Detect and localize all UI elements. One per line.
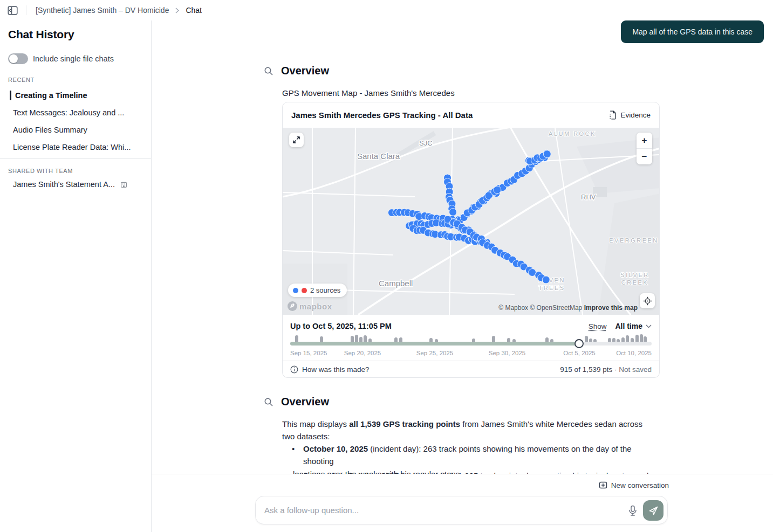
overview-intro-text: This map displays <box>282 419 349 429</box>
svg-text:Campbell: Campbell <box>379 279 413 288</box>
sources-legend[interactable]: 2 sources <box>288 284 347 297</box>
include-single-file-chats-toggle[interactable] <box>8 53 28 64</box>
map-card-header: James Smith Mercedes GPS Tracking - All … <box>283 102 659 128</box>
histogram-bar <box>626 335 629 342</box>
microphone-icon <box>627 505 638 516</box>
slider-fill <box>290 342 579 346</box>
breadcrumb-page[interactable]: Chat <box>186 6 202 15</box>
histogram-bar <box>399 337 402 342</box>
svg-text:ALUM ROCK: ALUM ROCK <box>549 130 596 137</box>
points-status: 915 of 1,539 pts · Not saved <box>560 365 652 374</box>
sidebar-chat-item[interactable]: Creating a Timeline <box>0 87 151 104</box>
new-conversation-button[interactable]: New conversation <box>599 481 669 489</box>
chat-main-area: Map all of the GPS data in this case Ove… <box>152 0 773 474</box>
bullet-marker: • <box>292 443 303 467</box>
collapse-sidebar-button[interactable] <box>8 6 18 15</box>
topbar-divider <box>26 5 26 15</box>
status-separator: · <box>614 365 617 374</box>
sidebar-chat-item[interactable]: License Plate Reader Data: Whi... <box>0 139 151 156</box>
evidence-button[interactable]: Evidence <box>608 110 651 120</box>
info-icon <box>290 365 298 374</box>
overview-heading-2: Overview <box>281 396 329 408</box>
sidebar-chat-item[interactable]: Text Messages: Jealousy and ... <box>0 104 151 121</box>
slider-handle[interactable] <box>574 339 584 348</box>
sources-legend-label: 2 sources <box>310 286 340 294</box>
svg-text:EVERGREEN: EVERGREEN <box>609 237 659 244</box>
overview-intro-bold: all 1,539 GPS tracking points <box>349 419 460 429</box>
histogram-bar <box>507 338 510 342</box>
histogram-bar <box>621 337 625 342</box>
bullet-bold-text: October 10, 2025 <box>303 444 368 453</box>
timeline-date: Oct 5, 2025 <box>563 350 595 356</box>
zoom-out-button[interactable]: − <box>637 149 652 164</box>
geolocate-button[interactable] <box>640 293 655 308</box>
histogram-bar <box>351 336 354 342</box>
map-card-title: James Smith Mercedes GPS Tracking - All … <box>291 110 473 120</box>
histogram-bar <box>435 339 438 342</box>
overview-body-2: This map displays all 1,539 GPS tracking… <box>282 418 645 443</box>
svg-text:CREEK: CREEK <box>621 279 648 286</box>
map-card-footer: How was this made? 915 of 1,539 pts · No… <box>283 361 659 377</box>
panel-left-icon <box>8 6 18 15</box>
source-dot-blue <box>293 288 298 293</box>
timeline-show-link[interactable]: Show <box>589 322 607 330</box>
chevron-down-icon <box>646 324 652 328</box>
histogram-bar <box>429 338 433 342</box>
toggle-knob <box>9 54 18 63</box>
shared-org-icon <box>120 181 127 188</box>
list-item: • October 10, 2025 (incident day): 263 t… <box>292 443 651 467</box>
top-bar: [Synthetic] James Smith – DV Homicide Ch… <box>0 0 773 20</box>
histogram-bar <box>512 339 516 342</box>
histogram-bar <box>394 337 398 342</box>
shared-chat-title: James Smith's Statement A... <box>13 180 115 189</box>
sidebar-item-shared-chat[interactable]: James Smith's Statement A... <box>13 180 127 189</box>
geolocate-icon <box>643 296 652 306</box>
mapbox-logo[interactable]: mapbox <box>287 301 332 312</box>
expand-map-button[interactable] <box>289 133 304 147</box>
map-gps-data-button[interactable]: Map all of the GPS data in this case <box>621 20 764 43</box>
improve-this-map-link[interactable]: Improve this map <box>584 304 638 312</box>
svg-text:Santa Clara: Santa Clara <box>357 151 400 161</box>
expand-icon <box>292 136 300 144</box>
send-button[interactable] <box>643 500 663 521</box>
how-was-this-made-label: How was this made? <box>302 365 370 374</box>
histogram-bar <box>612 338 615 342</box>
histogram-bar <box>550 339 553 342</box>
timeline-date: Sep 30, 2025 <box>489 350 525 356</box>
svg-text:SJC: SJC <box>419 139 433 147</box>
overview-body-1: GPS Movement Map - James Smith's Mercede… <box>282 87 455 100</box>
timeline-date: Sep 25, 2025 <box>416 350 453 356</box>
histogram-bar <box>617 339 620 342</box>
attribution-text: © Mapbox © OpenStreetMap <box>498 304 584 312</box>
histogram-bar <box>644 336 647 342</box>
timeline-range-dropdown[interactable]: All time <box>615 322 652 330</box>
sidebar-chat-item[interactable]: Audio Files Summary <box>0 121 151 139</box>
mapbox-wordmark: mapbox <box>299 302 332 311</box>
new-conversation-label: New conversation <box>611 481 669 489</box>
source-dot-red <box>302 288 307 293</box>
evidence-label: Evidence <box>620 111 651 119</box>
chat-history-sidebar: Chat History Include single file chats R… <box>0 20 152 532</box>
histogram-bar <box>472 338 475 342</box>
new-conversation-icon <box>599 481 607 489</box>
histogram-bar <box>295 335 298 342</box>
evidence-document-icon <box>608 110 617 120</box>
recent-chat-list: Creating a TimelineText Messages: Jealou… <box>0 87 151 156</box>
mapbox-icon <box>287 301 298 312</box>
map-canvas[interactable]: SJCSanta ClaraALUM ROCKRHVEVERGREENSILVE… <box>283 128 659 315</box>
map-timeline-panel: Up to Oct 5, 2025, 11:05 PM Show All tim… <box>283 315 659 361</box>
svg-text:RHV: RHV <box>581 193 596 201</box>
search-icon <box>264 66 273 76</box>
chat-input-container <box>255 496 668 524</box>
svg-text:TREES: TREES <box>538 285 565 291</box>
timeline-range-value: All time <box>615 322 642 330</box>
histogram-bar <box>355 335 358 342</box>
chat-input[interactable] <box>264 496 599 524</box>
timeline-current-label: Up to Oct 5, 2025, 11:05 PM <box>290 322 392 330</box>
histogram-bar <box>589 338 592 342</box>
how-was-this-made-link[interactable]: How was this made? <box>290 365 370 374</box>
histogram-bar <box>545 337 549 342</box>
breadcrumb-case[interactable]: [Synthetic] James Smith – DV Homicide <box>36 6 169 15</box>
zoom-in-button[interactable]: + <box>637 133 652 148</box>
mic-button[interactable] <box>627 505 638 516</box>
